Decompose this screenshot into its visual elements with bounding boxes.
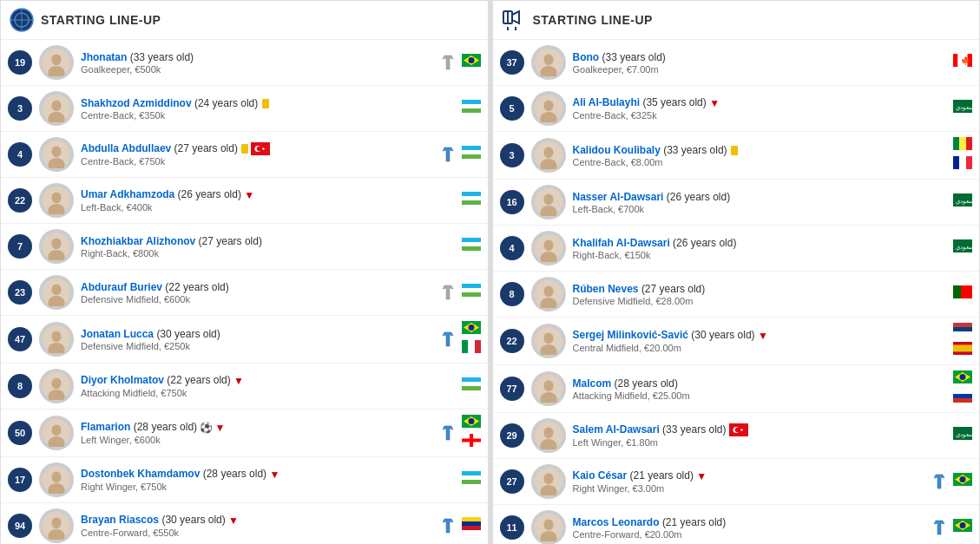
player-flags [953, 519, 972, 536]
player-details: Right-Back, €150k [573, 250, 949, 260]
svg-point-10 [468, 57, 474, 63]
flag-icon [953, 137, 972, 153]
table-row: 29 Salem Al-Dawsari (33 years old) Left … [493, 413, 980, 459]
player-avatar [39, 322, 74, 357]
player-number: 50 [8, 421, 32, 445]
player-name-link[interactable]: Dostonbek Khamdamov [81, 468, 200, 480]
player-avatar [531, 277, 566, 311]
player-name-link[interactable]: Jonatan Lucca [81, 328, 154, 340]
player-info: Abdurauf Buriev (22 years old) Defensive… [81, 281, 439, 305]
player-name-link[interactable]: Umar Adkhamzoda [81, 188, 174, 200]
svg-point-127 [543, 332, 553, 344]
player-details: Goalkeeper, €500k [81, 64, 439, 75]
svg-point-140 [960, 374, 966, 380]
player-flags: سعودي [953, 239, 972, 257]
player-name-link[interactable]: Salem Al-Dawsari [573, 423, 660, 436]
player-name-link[interactable]: Ali Al-Bulayhi [573, 96, 641, 108]
svg-rect-54 [462, 340, 468, 353]
svg-point-91 [543, 54, 553, 65]
player-number: 16 [500, 190, 524, 214]
player-shirt-icons [439, 146, 457, 163]
player-avatar [39, 369, 74, 403]
team2-header: STARTING LINE-UP [493, 1, 980, 40]
table-row: 23 Abdurauf Buriev (22 years old) Defens… [1, 270, 488, 316]
svg-rect-15 [462, 104, 481, 108]
player-name-link[interactable]: Shakhzod Azmiddinov [81, 97, 192, 109]
player-info: Dostonbek Khamdamov (28 years old) ▼ Rig… [81, 468, 457, 492]
svg-rect-132 [953, 342, 972, 345]
svg-rect-46 [462, 292, 481, 297]
goal-icon: ⚽ [200, 422, 213, 434]
player-name-link[interactable]: Abdulla Abdullaev [81, 142, 171, 154]
flag-icon [953, 519, 972, 534]
table-row: 7 Khozhiakbar Alizhonov (27 years old) R… [1, 224, 488, 270]
player-shirt-icons [439, 331, 457, 348]
player-name-link[interactable]: Jhonatan [81, 51, 127, 63]
player-number: 47 [8, 327, 32, 351]
player-name-line: Abdurauf Buriev (22 years old) [81, 281, 439, 293]
player-name-line: Brayan Riascos (30 years old) ▼ [81, 514, 439, 527]
player-name-link[interactable]: Sergej Milinković-Savić [573, 329, 688, 341]
player-name-link[interactable]: Bono [573, 51, 600, 63]
player-name-link[interactable]: Abdurauf Buriev [81, 281, 162, 293]
flag-icon [953, 370, 972, 386]
player-number: 22 [8, 188, 32, 213]
svg-rect-31 [462, 192, 481, 196]
player-number: 4 [500, 236, 524, 260]
player-details: Defensive Midfield, €28.00m [573, 296, 949, 306]
player-number: 7 [8, 234, 32, 259]
player-name-link[interactable]: Nasser Al-Dawsari [573, 191, 664, 203]
player-name-link[interactable]: Rúben Neves [573, 283, 639, 295]
svg-rect-14 [462, 100, 481, 104]
player-flags: 🍁 [953, 54, 972, 71]
player-number: 4 [8, 142, 32, 167]
player-extra-icons: ▼ [233, 375, 244, 387]
player-number: 22 [500, 329, 524, 353]
table-row: 16 Nasser Al-Dawsari (26 years old) Left… [493, 180, 980, 226]
svg-rect-61 [462, 382, 481, 386]
table-row: 19 Jhonatan (33 years old) Goalkeeper, €… [1, 40, 488, 86]
table-row: 3 Shakhzod Azmiddinov (24 years old) Cen… [1, 86, 488, 132]
player-name-link[interactable]: Brayan Riascos [81, 514, 159, 526]
svg-marker-66 [443, 426, 453, 440]
svg-rect-32 [462, 196, 481, 200]
player-shirt-icons [439, 54, 457, 71]
team2-panel: STARTING LINE-UP 37 Bono (33 years old) … [492, 0, 981, 544]
yellow-card-icon [262, 99, 269, 108]
player-shirt-icons [931, 519, 948, 536]
table-row: 22 Sergej Milinković-Savić (30 years old… [493, 318, 980, 365]
player-name-line: Jhonatan (33 years old) [81, 51, 439, 63]
team1-logo [10, 8, 34, 32]
player-details: Left-Back, €400k [81, 202, 457, 213]
flag-icon: سعودي [953, 427, 972, 442]
svg-rect-26 [462, 150, 481, 154]
player-info: Sergej Milinković-Savić (30 years old) ▼… [573, 329, 949, 353]
player-name-link[interactable]: Khalifah Al-Dawsari [573, 237, 670, 249]
player-number: 27 [500, 469, 524, 494]
svg-point-22 [257, 147, 262, 152]
player-name-link[interactable]: Marcos Leonardo [573, 516, 660, 528]
flag-icon [953, 156, 972, 172]
table-row: 4 Abdulla Abdullaev (27 years old) Centr… [1, 132, 488, 178]
player-name-link[interactable]: Kalidou Koulibaly [573, 144, 661, 156]
player-name-link[interactable]: Malcom [573, 377, 612, 390]
player-name-link[interactable]: Diyor Kholmatov [81, 374, 164, 386]
svg-rect-85 [462, 526, 481, 530]
svg-text:سعودي: سعودي [956, 198, 972, 205]
player-name-line: Nasser Al-Dawsari (26 years old) [573, 191, 949, 203]
svg-rect-105 [953, 137, 959, 150]
player-name-link[interactable]: Kaio César [573, 469, 628, 482]
player-name-link[interactable]: Flamarion [81, 421, 130, 433]
player-avatar [531, 371, 566, 406]
table-row: 8 Rúben Neves (27 years old) Defensive M… [493, 272, 980, 318]
player-details: Centre-Back, €325k [573, 110, 949, 121]
svg-text:🍁: 🍁 [961, 56, 971, 66]
player-avatar [39, 508, 74, 543]
player-name-link[interactable]: Khozhiakbar Alizhonov [81, 235, 195, 247]
flag-icon [462, 146, 481, 161]
svg-rect-37 [462, 238, 481, 242]
svg-rect-76 [462, 471, 481, 475]
svg-rect-124 [953, 285, 961, 298]
svg-point-98 [543, 100, 553, 111]
player-name-line: Diyor Kholmatov (22 years old) ▼ [81, 374, 457, 387]
